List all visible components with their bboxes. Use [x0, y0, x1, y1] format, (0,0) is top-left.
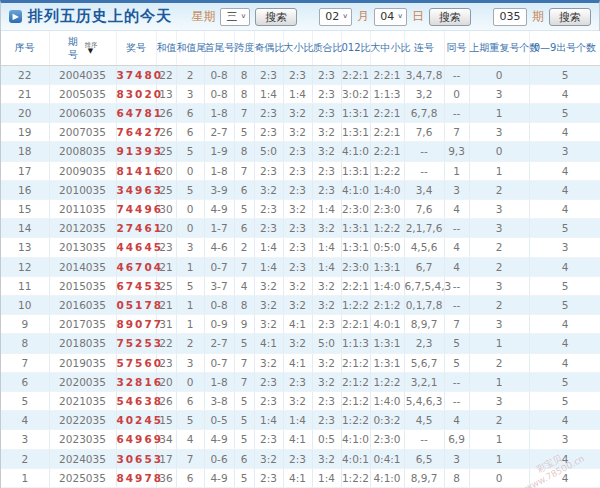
cell-prize-number: 32816: [116, 372, 156, 391]
cell-consecutive: 8,9,7: [404, 315, 444, 334]
cell-consecutive: 2,3: [404, 334, 444, 353]
cell-prev-repeat-count: 1: [469, 334, 529, 353]
weekday-select[interactable]: 三 ∨: [220, 8, 250, 26]
issue-search-button[interactable]: 搜索: [549, 8, 591, 26]
cell-consecutive: 6,7,5,4,3: [404, 276, 444, 295]
cell-sum: 26: [156, 123, 176, 142]
day-label: 日: [412, 8, 424, 25]
cell-head-tail: 1-9: [204, 142, 234, 161]
cell-prize-number: 30653: [116, 449, 156, 468]
cell-consecutive: 6,7: [404, 257, 444, 276]
cell-digit-count: 4: [529, 334, 600, 353]
cell-sum: 20: [156, 161, 176, 180]
cell-odd-even-ratio: 2:3: [254, 199, 283, 218]
cell-prime-composite-ratio: 1:4: [312, 468, 341, 487]
cell-sum: 26: [156, 391, 176, 410]
table-row: 212005035830201330-881:41:42:33:0:21:1:3…: [1, 84, 600, 103]
cell-same-number: 4: [444, 199, 469, 218]
cell-012-ratio: 1:3:1: [341, 219, 370, 238]
cell-prime-composite-ratio: 3:2: [312, 123, 341, 142]
cell-serial: 8: [1, 334, 49, 353]
issue-input[interactable]: [493, 8, 527, 26]
day-select[interactable]: 04 ∨: [374, 8, 407, 26]
cell-prime-composite-ratio: 3:2: [312, 449, 341, 468]
cell-consecutive: 6,7,8: [404, 103, 444, 122]
month-select[interactable]: 02 ∨: [319, 8, 352, 26]
cell-head-tail: 1-8: [204, 372, 234, 391]
history-table: 序号 期号 排序 ▼ 奖号 和值 和值尾 首尾号 跨度 奇偶比 大小比: [1, 31, 600, 488]
cell-head-tail: 1-8: [204, 161, 234, 180]
chevron-down-icon: ∨: [240, 13, 246, 20]
cell-serial: 3: [1, 430, 49, 449]
cell-same-number: 5: [444, 353, 469, 372]
cell-span: 5: [234, 199, 254, 218]
cell-span: 2: [234, 238, 254, 257]
cell-prev-repeat-count: 0: [469, 468, 529, 487]
weekday-search-button[interactable]: 搜索: [255, 8, 297, 26]
cell-head-tail: 1-8: [204, 103, 234, 122]
cell-prize-number: 34963: [116, 180, 156, 199]
cell-serial: 11: [1, 276, 49, 295]
table-row: 62020035328162001-872:32:33:22:1:21:2:23…: [1, 372, 600, 391]
cell-sum-tail: 4: [176, 430, 204, 449]
cell-012-ratio: 1:1:3: [341, 334, 370, 353]
cell-prev-repeat-count: 3: [469, 84, 529, 103]
cell-head-tail: 0-6: [204, 449, 234, 468]
col-sum: 和值: [156, 31, 176, 65]
cell-consecutive: 5,6,7: [404, 353, 444, 372]
date-search-button[interactable]: 搜索: [429, 8, 471, 26]
cell-sum-tail: 1: [176, 315, 204, 334]
col-prev-repeat-count: 上期重复号个数: [469, 31, 529, 65]
cell-span: 5: [234, 123, 254, 142]
cell-prime-composite-ratio: 3:2: [312, 353, 341, 372]
cell-prime-composite-ratio: 2:3: [312, 161, 341, 180]
cell-sum: 31: [156, 315, 176, 334]
page: ▶ 排列五历史上的今天 星期 三 ∨ 搜索 02 ∨ 月 04 ∨ 日 搜索: [0, 0, 600, 488]
cell-012-ratio: 2:1:2: [341, 372, 370, 391]
cell-odd-even-ratio: 1:4: [254, 411, 283, 430]
cell-digit-count: 3: [529, 238, 600, 257]
cell-odd-even-ratio: 2:3: [254, 161, 283, 180]
cell-sum-tail: 5: [176, 180, 204, 199]
cell-sum: 21: [156, 295, 176, 314]
cell-issue: 2006035: [49, 103, 116, 122]
cell-sum-tail: 3: [176, 238, 204, 257]
cell-big-small-ratio: 3:2: [283, 276, 312, 295]
table-header: 序号 期号 排序 ▼ 奖号 和值 和值尾 首尾号 跨度 奇偶比 大小比: [1, 31, 600, 65]
cell-issue: 2019035: [49, 353, 116, 372]
cell-prime-composite-ratio: 1:4: [312, 238, 341, 257]
cell-issue: 2007035: [49, 123, 116, 142]
weekday-select-value: 三: [226, 9, 237, 24]
cell-consecutive: 3,2,1: [404, 372, 444, 391]
cell-same-number: 8: [444, 468, 469, 487]
cell-prize-number: 37480: [116, 65, 156, 84]
cell-issue: 2010035: [49, 180, 116, 199]
cell-head-tail: 4-9: [204, 468, 234, 487]
cell-serial: 18: [1, 142, 49, 161]
table-row: 202006035647812661-872:33:22:31:3:12:2:1…: [1, 103, 600, 122]
col-012-ratio: 012比: [341, 31, 370, 65]
cell-prev-repeat-count: 2: [469, 295, 529, 314]
cell-big-mid-small-ratio: 2:2:1: [370, 65, 404, 84]
cell-big-small-ratio: 2:3: [283, 65, 312, 84]
table-row: 82018035752532222-754:13:25:01:1:31:3:12…: [1, 334, 600, 353]
table-row: 32023035649693444-952:34:10:54:1:02:3:0-…: [1, 430, 600, 449]
cell-012-ratio: 1:3:1: [341, 103, 370, 122]
cell-odd-even-ratio: 2:3: [254, 123, 283, 142]
cell-serial: 9: [1, 315, 49, 334]
cell-big-mid-small-ratio: 0:5:0: [370, 238, 404, 257]
cell-span: 5: [234, 334, 254, 353]
cell-same-number: --: [444, 391, 469, 410]
cell-big-small-ratio: 3:2: [283, 334, 312, 353]
sort-control[interactable]: 排序 ▼: [84, 42, 98, 54]
cell-prime-composite-ratio: 3:2: [312, 276, 341, 295]
cell-sum: 20: [156, 372, 176, 391]
cell-prize-number: 83020: [116, 84, 156, 103]
cell-digit-count: 4: [529, 315, 600, 334]
cell-big-small-ratio: 2:3: [283, 180, 312, 199]
cell-head-tail: 3-7: [204, 276, 234, 295]
cell-issue: 2023035: [49, 430, 116, 449]
cell-odd-even-ratio: 2:3: [254, 468, 283, 487]
cell-issue: 2004035: [49, 65, 116, 84]
cell-big-mid-small-ratio: 1:1:3: [370, 84, 404, 103]
